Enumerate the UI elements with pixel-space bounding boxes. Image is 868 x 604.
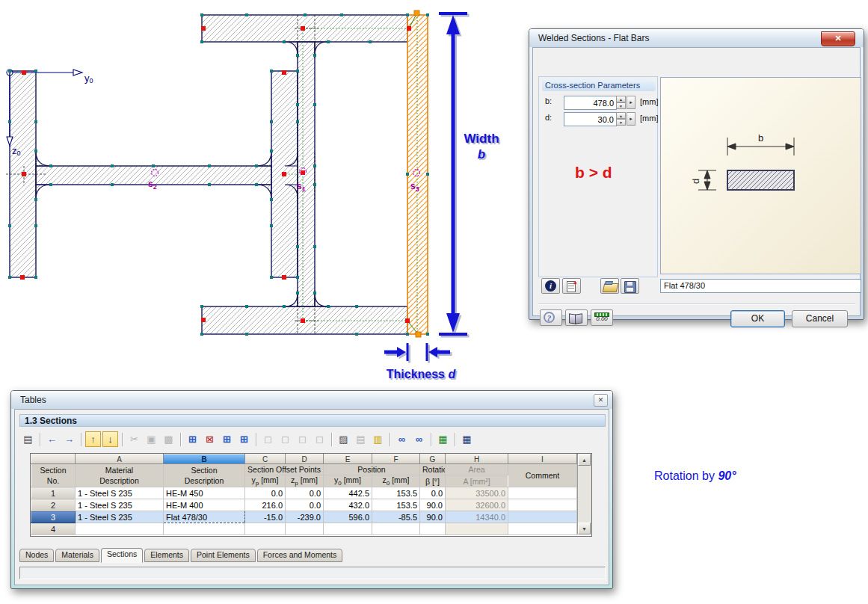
scroll-down-icon: ▼ [582,526,587,531]
copy-button[interactable]: ▣ [144,431,159,447]
row-number[interactable]: 3 [31,511,76,523]
cross-section-canvas[interactable]: y0 z0 [0,0,508,389]
section-header: 1.3 Sections [19,414,606,427]
vertical-scrollbar[interactable]: ▲ ▼ [577,454,591,534]
scroll-up-button[interactable]: ▲ [578,454,591,466]
table-row[interactable]: 4 [31,523,577,535]
insert-line-button[interactable]: ⊞ [219,431,235,447]
section-name-field[interactable]: Flat 478/30 [660,279,861,293]
view-option-4-button[interactable]: ◻ [312,431,327,447]
view-option-2-button[interactable]: ◻ [277,431,293,447]
paste-button[interactable]: ▩ [161,431,176,447]
previous-table-button[interactable]: ← [44,431,60,447]
dialog-separator [538,303,855,304]
col-letter-E[interactable]: E [324,454,372,464]
tab-forces-moments[interactable]: Forces and Moments [257,549,343,562]
new-table-button[interactable]: ▦ [435,431,451,447]
field-b-more-button[interactable]: ▸ [627,96,635,109]
import-table-button[interactable]: ▨ [336,431,351,447]
manual-button[interactable] [565,309,588,326]
cancel-button[interactable]: Cancel [792,310,848,327]
table-row-selected[interactable]: 3 1 - Steel S 235 Flat 478/30 -15.0 -239… [31,511,577,523]
tables-titlebar[interactable]: Tables ✕ [11,391,612,409]
scroll-down-button[interactable]: ▼ [578,523,591,534]
user-section-button[interactable]: ✶ [562,278,581,294]
spin-down-icon[interactable]: ▼ [616,119,626,126]
table-tabs: Nodes Materials Sections Elements Point … [19,549,344,562]
table-row[interactable]: 1 1 - Steel S 235 HE-M 450 0.0 0.0 442.5… [31,487,577,499]
export-table-button[interactable]: ▤ [353,431,369,447]
sections-table: A B C D E F G H I SectionNo. [31,454,577,535]
row-number[interactable]: 4 [31,523,76,535]
col-letter-H[interactable]: H [446,454,508,464]
jump-down-button[interactable]: ↓ [102,431,118,447]
field-b-label: b: [545,96,557,105]
cut-button[interactable]: ✂ [126,431,142,447]
view-glasses-button[interactable]: ∞ [411,431,427,447]
header-rotation: Rotation [420,464,446,475]
field-d-more-button[interactable]: ▸ [627,112,635,126]
thickness-dimension-label: Thickness d [372,366,470,382]
view-option-3-button[interactable]: ◻ [295,431,310,447]
header-section-description: SectionDescription [164,464,245,487]
header-area-unit: A [mm²] [446,475,508,487]
spin-up-icon[interactable]: ▲ [616,112,626,119]
tables-window: Tables ✕ 1.3 Sections ▤ ← → ↑ ↓ ✂ ▣ ▩ ⊞ … [10,390,613,589]
open-button[interactable] [600,278,619,294]
focused-cell[interactable]: Flat 478/30 [164,511,245,523]
tables-close-button[interactable]: ✕ [594,394,608,407]
rotation-note: Rotation by 90° [654,469,736,483]
append-line-button[interactable]: ⊞ [236,431,252,447]
parameters-panel: Cross-section Parameters b: ▲ ▼ ▸ [mm] d… [538,76,658,277]
units-icon: 0.00 [596,315,608,322]
field-b-spinner[interactable]: ▲ ▼ [616,96,626,109]
field-d-unit: [mm] [640,114,658,123]
dialog-titlebar[interactable]: Welded Sections - Flat Bars ✕ [529,29,864,47]
header-offset-group: Section Offset Points [245,464,324,475]
width-dimension-label: Width b [459,131,504,162]
col-letter-D[interactable]: D [286,454,324,464]
calculator-button[interactable]: ▦ [459,431,475,447]
col-letter-B[interactable]: B [164,454,245,464]
section-preview: b d [660,77,861,274]
col-letter-G[interactable]: G [420,454,446,464]
field-d-input[interactable] [564,112,617,126]
tab-sections[interactable]: Sections [101,548,143,563]
scroll-up-icon: ▲ [582,457,587,463]
close-icon: ✕ [834,34,841,43]
next-table-button[interactable]: → [61,431,77,447]
tab-point-elements[interactable]: Point Elements [191,549,256,562]
row-number[interactable]: 1 [31,487,76,499]
tab-elements[interactable]: Elements [144,549,189,562]
dialog-close-button[interactable]: ✕ [821,31,855,46]
comments-button[interactable]: ▥ [370,431,386,447]
spin-down-icon[interactable]: ▼ [616,102,626,109]
condition-text: b > d [575,164,612,182]
jump-up-button[interactable]: ↑ [85,431,101,447]
pin-icon: ✶ [572,280,578,287]
row-number[interactable]: 2 [31,499,76,511]
field-d-label: d: [545,113,557,122]
view-table-filter-button[interactable]: ∞ [394,431,410,447]
tab-nodes[interactable]: Nodes [19,549,54,562]
info-button[interactable]: i [541,278,560,294]
col-letter-A[interactable]: A [76,454,164,464]
table-row[interactable]: 2 1 - Steel S 235 HE-M 400 216.0 0.0 432… [31,499,577,511]
col-letter-I[interactable]: I [508,454,577,464]
tab-materials[interactable]: Materials [55,549,99,562]
ok-button[interactable]: OK [730,310,785,327]
col-letter-C[interactable]: C [245,454,286,464]
field-d-spinner[interactable]: ▲ ▼ [616,112,626,126]
properties-button[interactable]: ▤ [20,431,36,447]
col-letter-F[interactable]: F [372,454,420,464]
help-button[interactable]: ? [540,309,562,326]
column-letter-row: A B C D E F G H I [31,454,577,464]
insert-row-button[interactable]: ⊞ [185,431,200,447]
delete-row-button[interactable]: ⊠ [202,431,218,447]
units-button[interactable]: 0.00 [591,309,613,326]
welded-sections-dialog: Welded Sections - Flat Bars ✕ Cross-sect… [529,28,864,320]
field-b-input[interactable] [564,96,617,110]
save-button[interactable] [621,278,639,294]
view-option-1-button[interactable]: ◻ [260,431,276,447]
spin-up-icon[interactable]: ▲ [616,96,626,102]
